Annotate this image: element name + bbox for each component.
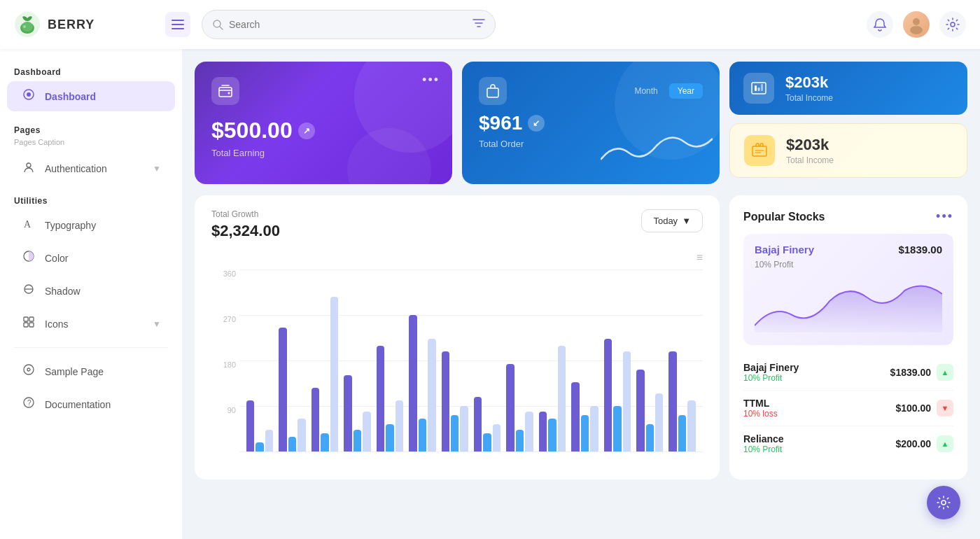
stock-price: $200.00 xyxy=(895,438,931,449)
svg-point-31 xyxy=(228,92,230,94)
sidebar-item-shadow[interactable]: Shadow xyxy=(7,276,175,306)
icons-icon xyxy=(21,316,36,332)
color-icon xyxy=(21,250,36,266)
earning-card-menu[interactable]: ••• xyxy=(422,73,440,88)
sidebar-item-typography[interactable]: A Typography xyxy=(7,210,175,240)
svg-point-26 xyxy=(24,365,34,374)
income-blue-amount: $203k xyxy=(785,74,833,92)
svg-rect-22 xyxy=(24,317,28,321)
svg-rect-23 xyxy=(29,317,34,321)
bar-light xyxy=(460,406,468,451)
sidebar-item-authentication[interactable]: Authentication ▼ xyxy=(7,153,175,183)
svg-rect-30 xyxy=(219,88,232,97)
chart-header: Total Growth $2,324.00 Today ▼ xyxy=(211,209,703,240)
sidebar-item-sample-page[interactable]: Sample Page xyxy=(7,356,175,386)
hamburger-button[interactable] xyxy=(165,12,190,37)
fab-button[interactable] xyxy=(927,486,960,519)
dashboard-icon xyxy=(21,88,36,104)
svg-point-27 xyxy=(27,368,30,371)
bar-blue xyxy=(483,433,491,451)
bar-purple xyxy=(506,364,514,451)
today-filter-button[interactable]: Today ▼ xyxy=(641,209,703,232)
stocks-header: Popular Stocks ••• xyxy=(743,209,953,224)
svg-point-40 xyxy=(941,500,946,505)
menu-icon xyxy=(172,20,184,29)
sidebar-section-utilities: Utilities xyxy=(0,192,182,209)
svg-rect-35 xyxy=(758,88,760,91)
app-name: BERRY xyxy=(48,18,94,32)
sidebar: Dashboard Dashboard Pages Pages Caption … xyxy=(0,49,182,539)
avatar[interactable] xyxy=(903,11,930,38)
stocks-menu-button[interactable]: ••• xyxy=(936,209,953,224)
order-card-icon xyxy=(479,77,507,105)
bar-group xyxy=(571,270,598,451)
sidebar-item-icons[interactable]: Icons ▼ xyxy=(7,309,175,339)
income-card-blue: $203k Total Income xyxy=(729,62,967,115)
settings-button[interactable] xyxy=(939,11,966,38)
bar-group xyxy=(377,270,403,451)
svg-rect-34 xyxy=(755,85,757,91)
sidebar-section-dashboard: Dashboard xyxy=(0,63,182,80)
topbar-right xyxy=(867,11,966,38)
bar-purple xyxy=(377,346,384,451)
typography-icon: A xyxy=(21,217,36,233)
wallet-icon xyxy=(218,83,233,99)
stock-row: Bajaj Finery 10% Profit $1839.00 ▲ xyxy=(743,355,953,391)
bell-icon xyxy=(873,18,887,31)
filter-icon[interactable] xyxy=(472,18,485,31)
sidebar-item-dashboard[interactable]: Dashboard xyxy=(7,81,175,111)
featured-stock-price: $1839.00 xyxy=(898,244,942,255)
fab-settings-icon xyxy=(936,495,951,510)
sample-page-icon xyxy=(21,363,36,379)
bar-purple xyxy=(344,375,351,451)
bar-blue xyxy=(419,419,426,451)
chart-card: Total Growth $2,324.00 Today ▼ ≡ 360 xyxy=(195,195,720,479)
tab-month[interactable]: Month xyxy=(626,83,666,99)
search-bar xyxy=(202,10,496,39)
notification-button[interactable] xyxy=(867,11,893,38)
featured-stock-profit: 10% Profit xyxy=(755,260,942,270)
earning-badge: ↗ xyxy=(298,122,315,139)
stock-profit: 10% loss xyxy=(743,409,778,419)
bar-purple xyxy=(668,351,676,451)
stocks-title: Popular Stocks xyxy=(743,211,825,223)
income-yellow-icon xyxy=(744,135,775,166)
auth-chevron: ▼ xyxy=(153,164,161,174)
bar-group xyxy=(668,270,695,451)
stock-trend-badge: ▼ xyxy=(937,400,953,416)
bar-group xyxy=(279,270,305,451)
svg-rect-6 xyxy=(172,28,184,29)
bar-blue xyxy=(548,419,556,451)
bar-purple xyxy=(442,351,449,451)
bar-light xyxy=(558,346,566,451)
svg-line-8 xyxy=(220,27,223,29)
bar-purple xyxy=(539,412,547,451)
bar-purple xyxy=(279,328,286,451)
chart-title-label: Total Growth xyxy=(211,209,280,219)
chart-menu-button[interactable]: ≡ xyxy=(211,251,703,264)
auth-label: Authentication xyxy=(45,163,107,174)
bar-blue xyxy=(678,415,686,451)
sidebar-item-documentation[interactable]: ? Documentation xyxy=(7,389,175,419)
typography-label: Typography xyxy=(45,220,96,231)
sidebar-item-color[interactable]: Color xyxy=(7,243,175,273)
bar-light xyxy=(396,400,403,451)
svg-rect-24 xyxy=(24,323,28,327)
svg-point-17 xyxy=(27,163,31,167)
order-tab-group: Month Year xyxy=(626,83,703,99)
income-yellow-amount: $203k xyxy=(786,136,834,154)
bar-blue xyxy=(581,415,589,451)
search-input[interactable] xyxy=(229,19,467,30)
bar-light xyxy=(655,393,663,451)
bar-group xyxy=(409,270,435,451)
featured-stock-name: Bajaj Finery xyxy=(755,244,814,255)
earning-label: Total Earning xyxy=(211,148,435,158)
svg-text:?: ? xyxy=(27,399,31,407)
bars-container xyxy=(239,270,703,451)
bar-light xyxy=(590,406,598,451)
bar-group xyxy=(344,270,370,451)
tab-year[interactable]: Year xyxy=(669,83,703,99)
chart-section: Total Growth $2,324.00 Today ▼ ≡ 360 xyxy=(195,195,967,479)
bar-blue xyxy=(288,437,296,451)
svg-rect-36 xyxy=(761,84,763,91)
